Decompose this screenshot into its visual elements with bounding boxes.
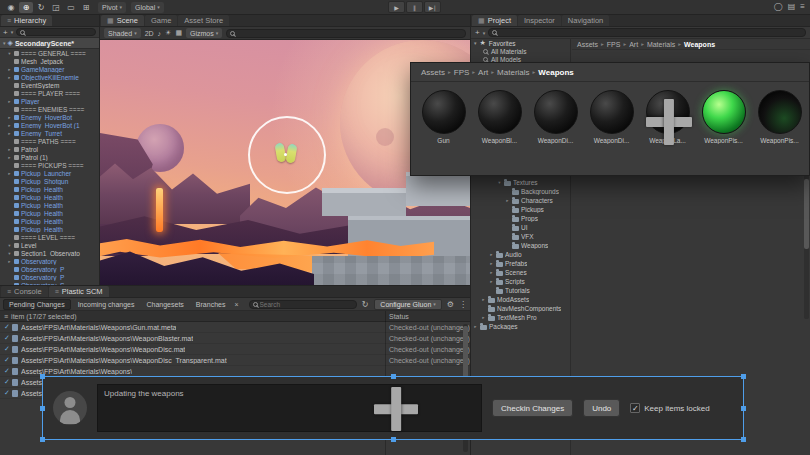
tab-console[interactable]: ≡ Console	[1, 286, 48, 297]
material-item[interactable]: WeaponBl...	[475, 90, 524, 144]
folder-tree-item[interactable]: ▸ Characters	[471, 196, 570, 205]
selection-handle[interactable]	[40, 406, 45, 411]
tab-hierarchy[interactable]: ≡ Hierarchy	[1, 15, 52, 26]
hierarchy-item[interactable]: Pickup_Health	[0, 225, 99, 233]
material-item[interactable]: WeaponDi...	[587, 90, 636, 144]
hierarchy-item[interactable]: Pickup_Health	[0, 193, 99, 201]
selection-handle[interactable]	[40, 437, 45, 442]
material-item[interactable]: WeaponDi...	[531, 90, 580, 144]
folder-tree-item[interactable]: VFX	[471, 232, 570, 241]
scm-subtab[interactable]: Branches	[191, 299, 231, 310]
foldout-arrow-icon[interactable]: ▸	[7, 67, 12, 72]
tab-project[interactable]: ▦ Project	[472, 15, 517, 26]
scm-search[interactable]	[249, 300, 357, 309]
hierarchy-item[interactable]: Pickup_Shotgun	[0, 177, 99, 185]
foldout-arrow-icon[interactable]: ▾	[497, 180, 502, 185]
hierarchy-item[interactable]: ▸ Player	[0, 97, 99, 105]
row-checkbox[interactable]: ✓	[2, 334, 12, 342]
tool-button[interactable]: ▭	[64, 2, 78, 13]
hierarchy-item[interactable]: ▸ ObjectiveKillEnemie	[0, 73, 99, 81]
table-row[interactable]: ✓ Assets\FPS\Art\Materials\Weapons\Weapo…	[0, 344, 470, 355]
hierarchy-item[interactable]: ▸ Pickup_Launcher	[0, 169, 99, 177]
audio-toggle-icon[interactable]: ♪	[158, 30, 162, 37]
foldout-arrow-icon[interactable]: ▸	[7, 171, 12, 176]
hierarchy-item[interactable]: ==== PLAYER ====	[0, 89, 99, 97]
tool-button[interactable]: ⊕	[19, 2, 33, 13]
hierarchy-item[interactable]: ▸ Patrol (1)	[0, 153, 99, 161]
hierarchy-item[interactable]: Pickup_Health	[0, 217, 99, 225]
foldout-arrow-icon[interactable]: ▾	[3, 40, 6, 46]
folder-tree-item[interactable]: UI	[471, 223, 570, 232]
foldout-arrow-icon[interactable]: ▸	[7, 99, 12, 104]
item-column-header[interactable]: item (17/27 selected)	[11, 313, 76, 320]
foldout-arrow-icon[interactable]: ▸	[489, 261, 494, 266]
hierarchy-search[interactable]	[16, 28, 96, 36]
breadcrumb-item[interactable]: Materials	[647, 41, 675, 48]
breadcrumb-item[interactable]: Assets	[421, 68, 445, 77]
hierarchy-item[interactable]: Pickup_Health	[0, 185, 99, 193]
foldout-arrow-icon[interactable]: ▸	[481, 315, 486, 320]
folder-tree-item[interactable]: ▸ Audio	[471, 250, 570, 259]
folder-tree-item[interactable]: Props	[471, 214, 570, 223]
hierarchy-item[interactable]: Observatory_P	[0, 273, 99, 281]
hierarchy-item[interactable]: ▸ Enemy_HoverBot (1	[0, 121, 99, 129]
row-checkbox[interactable]: ✓	[2, 389, 12, 397]
toolbar-icon[interactable]: ▤	[788, 2, 796, 11]
project-search-input[interactable]	[499, 29, 802, 36]
close-tab-icon[interactable]: ×	[232, 301, 240, 308]
scene-header-row[interactable]: ▾ ◈ SecondaryScene*	[0, 38, 99, 49]
hierarchy-item[interactable]: ▸ GameManager	[0, 65, 99, 73]
breadcrumb-item[interactable]: Weapons	[684, 41, 715, 48]
foldout-arrow-icon[interactable]: ▸	[7, 131, 12, 136]
foldout-arrow-icon[interactable]: ▾	[7, 51, 12, 56]
hierarchy-search-input[interactable]	[27, 29, 92, 36]
tab-inspector[interactable]: Inspector	[518, 15, 561, 26]
row-checkbox[interactable]: ✓	[2, 378, 12, 386]
hierarchy-item[interactable]: ▾ ==== GENERAL ====	[0, 49, 99, 57]
foldout-arrow-icon[interactable]: ▾	[7, 251, 12, 256]
more-options-icon[interactable]: ⋮	[459, 300, 467, 309]
effects-toggle-icon[interactable]: ☀	[165, 29, 171, 37]
keep-items-locked-option[interactable]: ✓ Keep items locked	[630, 403, 709, 413]
scrollbar-thumb[interactable]	[463, 326, 468, 381]
folder-tree-item[interactable]: ▸ TextMesh Pro	[471, 313, 570, 322]
breadcrumb-item[interactable]: Art	[629, 41, 638, 48]
foldout-arrow-icon[interactable]: ▸	[489, 279, 494, 284]
scrollbar-thumb[interactable]	[804, 179, 809, 249]
row-checkbox[interactable]: ✓	[2, 367, 12, 375]
foldout-arrow-icon[interactable]: ▸	[7, 259, 12, 264]
foldout-arrow-icon[interactable]: ▾	[474, 40, 477, 46]
foldout-arrow-icon[interactable]: ▸	[7, 147, 12, 152]
table-row[interactable]: ✓ Assets\FPS\Art\Materials\Weapons\Weapo…	[0, 355, 470, 366]
gear-icon[interactable]: ⚙	[447, 300, 454, 309]
scm-search-input[interactable]	[260, 301, 353, 308]
tab-asset-store[interactable]: Asset Store	[178, 15, 229, 26]
play-control-button[interactable]: ∥	[406, 1, 423, 13]
foldout-arrow-icon[interactable]: ▸	[489, 252, 494, 257]
scm-subtab[interactable]: Incoming changes	[73, 299, 140, 310]
breadcrumb-item[interactable]: Weapons	[538, 68, 573, 77]
hierarchy-item[interactable]: EventSystem	[0, 81, 99, 89]
scene-search[interactable]	[226, 29, 466, 38]
hierarchy-item[interactable]: Observatory_P	[0, 265, 99, 273]
foldout-arrow-icon[interactable]: ▸	[505, 198, 510, 203]
folder-tree-item[interactable]: ▸ Scenes	[471, 268, 570, 277]
selection-handle[interactable]	[741, 374, 746, 379]
hierarchy-item[interactable]: ==== LEVEL ====	[0, 233, 99, 241]
favorites-header[interactable]: ▾ ★ Favorites	[471, 39, 570, 47]
pivot-toggle[interactable]: Pivot ▾	[98, 2, 126, 13]
hierarchy-item[interactable]: ▸ Patrol	[0, 145, 99, 153]
row-checkbox[interactable]: ✓	[2, 356, 12, 364]
hierarchy-item[interactable]: ==== ENEMIES ====	[0, 105, 99, 113]
foldout-arrow-icon[interactable]: ▸	[7, 115, 12, 120]
foldout-arrow-icon[interactable]: ▸	[489, 270, 494, 275]
hierarchy-item[interactable]: ▸ Observatory	[0, 257, 99, 265]
hierarchy-item[interactable]: ▸ Enemy_Turret	[0, 129, 99, 137]
gizmos-dropdown[interactable]: Gizmos ▾	[186, 28, 222, 38]
checkin-comment-input[interactable]: Updating the weapons	[97, 384, 482, 432]
hierarchy-item[interactable]: Mesh_Jetpack	[0, 57, 99, 65]
breadcrumb-item[interactable]: Materials	[497, 68, 529, 77]
folder-tree-item[interactable]: ▾ Textures	[471, 178, 570, 187]
selection-handle[interactable]	[741, 406, 746, 411]
play-control-button[interactable]: ▶∣	[424, 1, 441, 13]
